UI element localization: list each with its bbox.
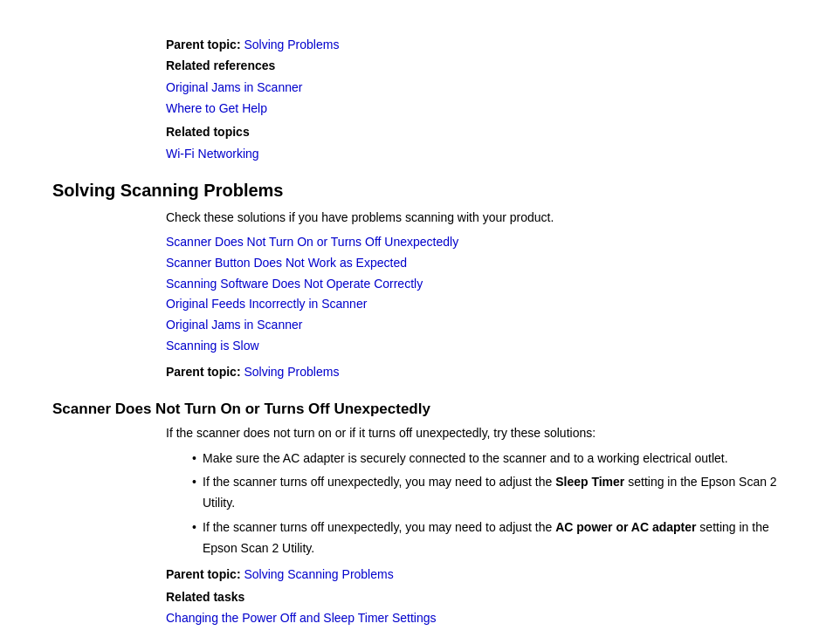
topics-link-0[interactable]: Wi-Fi Networking bbox=[166, 144, 781, 165]
no-turn-on-parent-label: Parent topic: bbox=[166, 567, 241, 581]
related-task-link[interactable]: Changing the Power Off and Sleep Timer S… bbox=[166, 608, 781, 629]
scanner-no-turn-on-title: Scanner Does Not Turn On or Turns Off Un… bbox=[52, 401, 781, 418]
solving-parent-label: Parent topic: bbox=[166, 365, 241, 379]
bullet-item-2: If the scanner turns off unexpectedly, y… bbox=[192, 517, 781, 559]
related-topics-label: Related topics bbox=[166, 125, 250, 139]
bullet-item-0: Make sure the AC adapter is securely con… bbox=[192, 449, 781, 469]
related-references-label: Related references bbox=[166, 58, 275, 72]
scanner-no-turn-on-intro: If the scanner does not turn on or if it… bbox=[166, 423, 781, 442]
solving-link-1[interactable]: Scanner Button Does Not Work as Expected bbox=[166, 253, 781, 274]
no-turn-on-parent-link[interactable]: Solving Scanning Problems bbox=[244, 567, 393, 581]
ref-link-1[interactable]: Where to Get Help bbox=[166, 99, 781, 120]
bullet-item-1: If the scanner turns off unexpectedly, y… bbox=[192, 472, 781, 514]
solving-link-3[interactable]: Original Feeds Incorrectly in Scanner bbox=[166, 294, 781, 315]
parent-topic-label: Parent topic: bbox=[166, 38, 241, 51]
solving-link-4[interactable]: Original Jams in Scanner bbox=[166, 315, 781, 336]
solving-scanning-intro: Check these solutions if you have proble… bbox=[166, 208, 781, 227]
solving-link-5[interactable]: Scanning is Slow bbox=[166, 336, 781, 357]
solving-parent-link[interactable]: Solving Problems bbox=[244, 365, 339, 379]
related-tasks-label: Related tasks bbox=[166, 590, 244, 604]
ref-link-0[interactable]: Original Jams in Scanner bbox=[166, 78, 781, 99]
parent-topic-link-top[interactable]: Solving Problems bbox=[244, 38, 339, 51]
solving-link-2[interactable]: Scanning Software Does Not Operate Corre… bbox=[166, 274, 781, 295]
solving-scanning-title: Solving Scanning Problems bbox=[52, 181, 781, 201]
solving-link-0[interactable]: Scanner Does Not Turn On or Turns Off Un… bbox=[166, 232, 781, 253]
scanner-no-turn-on-bullets: Make sure the AC adapter is securely con… bbox=[192, 449, 781, 559]
